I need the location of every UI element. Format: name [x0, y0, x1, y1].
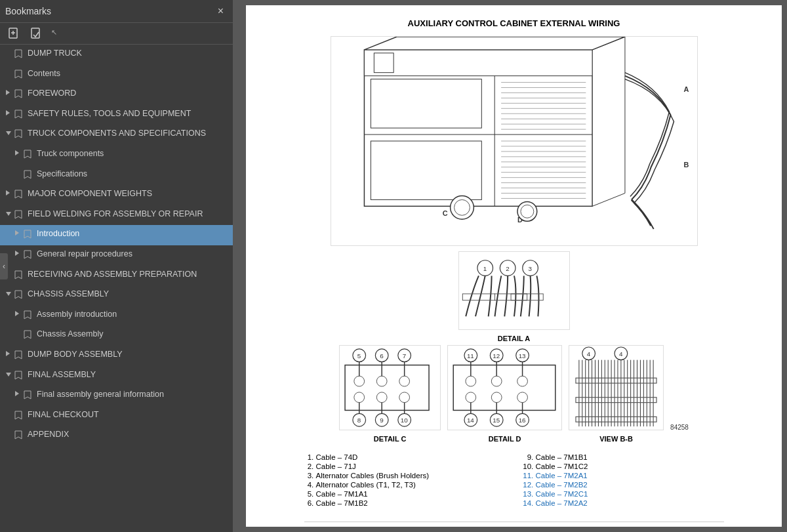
cable-10: Cable – 7M1C2 — [536, 462, 724, 470]
bookmark-item-assembly-introduction[interactable]: Assembly introduction — [0, 306, 233, 326]
svg-marker-9 — [6, 212, 11, 216]
bookmark-icon-contents — [14, 70, 25, 82]
bookmark-item-dump-body-assembly[interactable]: DUMP BODY ASSEMBLY — [0, 346, 233, 366]
manage-bookmarks-icon — [30, 28, 42, 39]
diagram-ref: 84258 — [670, 424, 689, 431]
bookmark-item-truck-components-specs[interactable]: TRUCK COMPONENTS AND SPECIFICATIONS — [0, 125, 233, 145]
bookmark-toggle-final-assembly-general[interactable] — [14, 390, 24, 399]
cable-3: Alternator Cables (Brush Holders) — [316, 472, 504, 480]
bookmark-icon-introduction — [24, 230, 34, 242]
bookmark-item-foreword[interactable]: FOREWORD — [0, 85, 233, 105]
bookmark-icon-dump-body-assembly — [14, 350, 25, 363]
cable-1: Cable – 74D — [316, 453, 504, 461]
bookmark-toggle-safety-rules[interactable] — [5, 110, 14, 118]
bookmark-item-major-component-weights[interactable]: MAJOR COMPONENT WEIGHTS — [0, 185, 233, 205]
svg-marker-15 — [6, 373, 11, 377]
bookmark-text-final-assembly: FINAL ASSEMBLY — [28, 369, 228, 380]
bookmark-item-introduction[interactable]: Introduction — [0, 225, 233, 245]
svg-rect-139 — [576, 378, 656, 383]
svg-marker-13 — [15, 311, 19, 316]
bookmark-toggle-truck-components[interactable] — [14, 150, 24, 158]
page-number: 7-44 — [311, 526, 327, 527]
svg-text:14: 14 — [467, 417, 474, 424]
manage-bookmarks-button[interactable] — [26, 26, 46, 41]
view-bb-label: VIEW B-B — [569, 435, 664, 443]
svg-marker-8 — [6, 190, 10, 195]
svg-marker-11 — [15, 251, 19, 256]
bookmark-item-final-assembly-general[interactable]: Final assembly general information — [0, 386, 233, 406]
bookmark-item-truck-components[interactable]: Truck components — [0, 145, 233, 165]
detail-d-label: DETAIL D — [447, 435, 562, 443]
svg-text:9: 9 — [380, 417, 383, 424]
bookmark-toggle-field-welding[interactable] — [5, 210, 14, 218]
svg-text:12: 12 — [493, 352, 500, 359]
bookmark-item-dump-truck[interactable]: DUMP TRUCK — [0, 45, 233, 65]
bookmark-text-receiving-assembly: RECEIVING AND ASSEMBLY PREPARATION — [28, 269, 228, 279]
detail-a-label: DETAIL A — [458, 335, 570, 342]
diagram-title: AUXILIARY CONTROL CABINET EXTERNAL WIRIN… — [266, 18, 762, 28]
bookmark-toggle-introduction[interactable] — [14, 230, 24, 238]
bookmark-toggle-general-repair[interactable] — [14, 250, 24, 258]
bookmark-text-field-welding: FIELD WELDING FOR ASSEMBLY OR REPAIR — [28, 209, 228, 219]
cursor-indicator: ↖ — [51, 28, 57, 41]
bookmark-toggle-major-component-weights[interactable] — [5, 190, 14, 198]
collapse-panel-button[interactable]: ‹ — [0, 253, 8, 279]
sidebar-close-button[interactable]: × — [214, 4, 228, 18]
svg-text:15: 15 — [493, 417, 500, 424]
document-panel: AUXILIARY CONTROL CABINET EXTERNAL WIRIN… — [233, 0, 787, 532]
bookmark-icon-dump-truck — [14, 49, 25, 62]
bookmark-text-final-assembly-general: Final assembly general information — [37, 389, 228, 399]
cable-14: Cable – 7M2A2 — [536, 499, 724, 507]
detail-a-diagram: 1 2 3 — [458, 251, 570, 330]
bookmark-item-appendix[interactable]: APPENDIX — [0, 426, 233, 446]
bookmark-toggle-dump-truck[interactable] — [5, 49, 14, 58]
bookmark-toggle-contents[interactable] — [5, 70, 14, 78]
bookmark-item-field-welding[interactable]: FIELD WELDING FOR ASSEMBLY OR REPAIR — [0, 205, 233, 226]
svg-text:5: 5 — [357, 352, 361, 359]
bookmark-text-major-component-weights: MAJOR COMPONENT WEIGHTS — [28, 188, 228, 199]
bookmark-toggle-foreword[interactable] — [5, 89, 14, 98]
cable-13: Cable – 7M2C1 — [536, 490, 724, 498]
bookmark-item-chassis-assembly-top[interactable]: CHASSIS ASSEMBLY — [0, 285, 233, 306]
label-c: C — [442, 209, 447, 217]
bookmark-item-final-checkout[interactable]: FINAL CHECKOUT — [0, 406, 233, 426]
bookmark-item-chassis-assembly-sub[interactable]: Chassis Assembly — [0, 325, 233, 346]
bookmark-toggle-chassis-assembly-top[interactable] — [5, 290, 14, 298]
collapse-arrow-icon: ‹ — [3, 262, 5, 271]
bookmark-text-dump-truck: DUMP TRUCK — [28, 48, 228, 58]
diagram-container: A B C D 1 2 — [266, 36, 762, 527]
bookmark-text-appendix: APPENDIX — [28, 429, 228, 440]
bookmark-text-assembly-introduction: Assembly introduction — [37, 309, 228, 319]
cable-5: Cable – 7M1A1 — [316, 490, 504, 498]
svg-text:11: 11 — [467, 352, 474, 359]
bookmark-toggle-dump-body-assembly[interactable] — [5, 350, 14, 359]
bookmark-icon-chassis-assembly-sub — [24, 330, 34, 342]
bookmark-icon-receiving-assembly — [14, 270, 25, 283]
bookmark-toggle-specifications[interactable] — [14, 170, 24, 178]
svg-text:1: 1 — [483, 265, 486, 272]
bookmark-toggle-appendix[interactable] — [5, 430, 14, 439]
cable-9: Cable – 7M1B1 — [536, 453, 724, 461]
bookmark-toggle-chassis-assembly-sub[interactable] — [14, 330, 24, 338]
bookmark-toggle-final-checkout[interactable] — [5, 411, 14, 419]
bookmark-toggle-final-assembly[interactable] — [5, 371, 14, 379]
cable-12: Cable – 7M2B2 — [536, 481, 724, 489]
cable-11: Cable – 7M2A1 — [536, 472, 724, 480]
bookmark-item-contents[interactable]: Contents — [0, 65, 233, 85]
detail-c-label: DETAIL C — [339, 435, 441, 443]
bookmark-item-safety-rules[interactable]: SAFETY RULES, TOOLS AND EQUIPMENT — [0, 105, 233, 125]
svg-marker-5 — [6, 110, 10, 115]
bookmark-item-general-repair[interactable]: General repair procedures — [0, 245, 233, 266]
bookmark-item-receiving-assembly[interactable]: RECEIVING AND ASSEMBLY PREPARATION — [0, 266, 233, 286]
bookmark-text-truck-components-specs: TRUCK COMPONENTS AND SPECIFICATIONS — [28, 128, 228, 138]
bookmark-toggle-truck-components-specs[interactable] — [5, 129, 14, 138]
bookmark-text-final-checkout: FINAL CHECKOUT — [28, 409, 228, 420]
bookmark-icon-final-assembly-general — [24, 390, 34, 403]
add-bookmark-button[interactable] — [4, 26, 24, 41]
bookmark-icon-safety-rules — [14, 110, 25, 122]
bookmark-item-specifications[interactable]: Specifications — [0, 165, 233, 186]
main-cabinet-diagram: A B C D — [331, 36, 698, 246]
bookmark-toggle-assembly-introduction[interactable] — [14, 310, 24, 319]
bookmark-item-final-assembly[interactable]: FINAL ASSEMBLY — [0, 366, 233, 386]
cable-2: Cable – 71J — [316, 462, 504, 470]
